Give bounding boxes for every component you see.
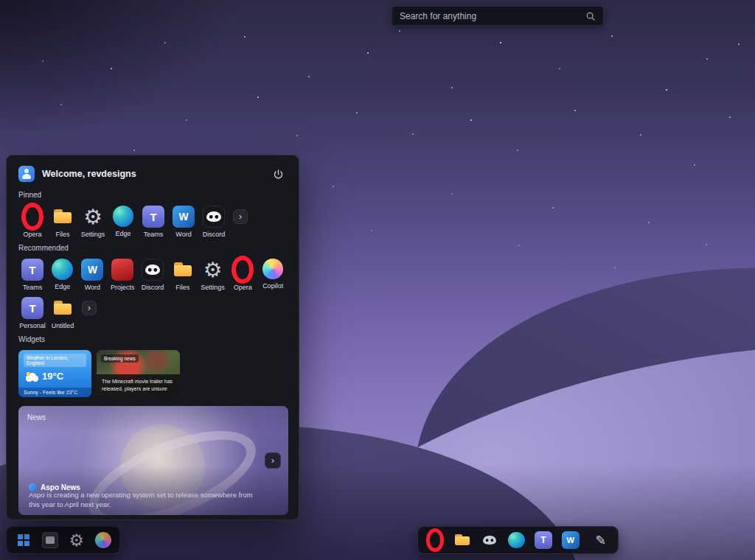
- taskbar-files-button[interactable]: [453, 531, 471, 549]
- recommended-section-label: Recommended: [18, 244, 287, 252]
- gear-icon: [202, 259, 224, 281]
- edge-icon: [52, 259, 73, 280]
- app-label: Projects: [111, 284, 135, 291]
- weather-location: Weather in London, England: [24, 354, 86, 367]
- taskbar-opera-button[interactable]: [426, 531, 444, 549]
- taskbar-edge-button[interactable]: [508, 532, 525, 549]
- app-label: Opera: [23, 231, 41, 238]
- recommended-app-word[interactable]: Word: [79, 259, 107, 291]
- news-headline: Aspo is creating a new operating system …: [29, 491, 260, 510]
- news-widget[interactable]: News › Aspo News Aspo is creating a new …: [18, 406, 288, 515]
- discord-icon: [142, 259, 164, 281]
- search-icon[interactable]: [585, 11, 596, 21]
- app-label: Teams: [23, 284, 43, 291]
- recommended-app-opera[interactable]: Opera: [229, 259, 257, 291]
- taskbar-apps: [417, 526, 619, 554]
- gear-icon: [82, 206, 104, 228]
- app-label: Settings: [201, 284, 225, 291]
- news-source-name: Aspo News: [41, 483, 80, 491]
- recommended-more-button[interactable]: ›: [82, 301, 97, 315]
- user-avatar[interactable]: [18, 166, 35, 182]
- folder-icon: [52, 297, 74, 319]
- taskbar-discord-button[interactable]: [481, 531, 498, 549]
- windows-logo-icon: [15, 531, 32, 549]
- taskbar-word-button[interactable]: [562, 531, 580, 549]
- power-button[interactable]: [270, 166, 287, 183]
- word-icon: [173, 206, 195, 228]
- start-menu-header: Welcome, revdesigns: [18, 164, 287, 183]
- folder-icon: [453, 531, 471, 549]
- news-source: Aspo News: [29, 483, 80, 491]
- breaking-news-widget[interactable]: Breaking news The Minecraft movie traile…: [97, 350, 180, 397]
- weather-condition: Sunny - Feels like 23°C: [18, 388, 91, 397]
- taskbar-window-button[interactable]: [42, 532, 58, 548]
- news-tag: News: [27, 413, 46, 421]
- edge-icon: [113, 206, 134, 227]
- start-menu: Welcome, revdesigns Pinned Opera Files S…: [6, 155, 299, 520]
- copilot-icon: [262, 259, 283, 279]
- recommended-apps-row-1: Teams Edge Word Projects Discord Files: [18, 259, 287, 291]
- weather-widget[interactable]: Weather in London, England 19°C Sunny - …: [18, 350, 91, 397]
- folder-icon: [172, 259, 194, 281]
- teams-icon: [21, 259, 44, 281]
- aspo-news-icon: [29, 483, 37, 491]
- taskbar-settings-button[interactable]: [68, 531, 86, 549]
- weather-temperature: 19°C: [42, 371, 63, 382]
- pinned-app-discord[interactable]: Discord: [200, 206, 228, 238]
- recommended-app-edge[interactable]: Edge: [49, 259, 77, 290]
- start-button[interactable]: [15, 531, 32, 549]
- pen-icon: [592, 531, 610, 549]
- desktop-search-bar[interactable]: [392, 6, 604, 26]
- app-label: Word: [175, 231, 191, 238]
- pinned-app-opera[interactable]: Opera: [18, 206, 46, 238]
- app-label: Personal: [19, 322, 46, 329]
- pinned-section-label: Pinned: [18, 191, 287, 199]
- opera-icon: [426, 531, 444, 549]
- recommended-app-files[interactable]: Files: [169, 259, 197, 291]
- taskbar-teams-button[interactable]: [535, 531, 552, 549]
- breaking-news-tag: Breaking news: [101, 354, 139, 363]
- copilot-swirl-icon: [95, 532, 111, 548]
- news-next-button[interactable]: ›: [265, 452, 281, 469]
- projects-icon: [111, 259, 133, 281]
- gear-icon: [68, 531, 86, 549]
- search-input[interactable]: [400, 11, 580, 21]
- recommended-app-untitled[interactable]: Untitled: [49, 297, 77, 329]
- pinned-app-files[interactable]: Files: [49, 206, 77, 238]
- pinned-more-button[interactable]: ›: [233, 209, 248, 224]
- recommended-app-personal[interactable]: Personal: [18, 297, 46, 329]
- taskbar-copilot-button[interactable]: [95, 532, 111, 548]
- pinned-apps-row: Opera Files Settings Edge Teams Word: [18, 206, 287, 238]
- teams-icon: [142, 206, 164, 228]
- pinned-app-teams[interactable]: Teams: [139, 206, 167, 238]
- word-icon: [562, 531, 580, 549]
- app-label: Opera: [234, 284, 252, 291]
- opera-icon: [21, 206, 44, 228]
- app-label: Edge: [55, 283, 70, 290]
- breaking-news-headline: The Minecraft movie trailer has released…: [97, 374, 180, 397]
- recommended-app-settings[interactable]: Settings: [199, 259, 227, 291]
- power-icon: [273, 169, 284, 180]
- pinned-app-settings[interactable]: Settings: [79, 206, 107, 238]
- widgets-section-label: Widgets: [18, 335, 287, 343]
- recommended-app-projects[interactable]: Projects: [108, 259, 136, 291]
- welcome-text: Welcome, revdesigns: [42, 169, 262, 179]
- discord-icon: [481, 531, 498, 549]
- app-label: Teams: [144, 231, 164, 238]
- app-label: Untitled: [52, 322, 74, 329]
- recommended-app-discord[interactable]: Discord: [139, 259, 167, 291]
- taskbar-left: [6, 526, 120, 554]
- word-icon: [81, 259, 103, 281]
- app-label: Edge: [115, 230, 131, 237]
- app-label: Copilot: [262, 282, 283, 290]
- recommended-app-teams[interactable]: Teams: [18, 259, 46, 291]
- recommended-app-copilot[interactable]: Copilot: [259, 259, 287, 290]
- window-icon: [42, 532, 58, 548]
- app-label: Discord: [142, 284, 164, 291]
- taskbar-pen-button[interactable]: [592, 531, 610, 549]
- opera-icon: [232, 259, 254, 281]
- app-label: Settings: [81, 231, 105, 238]
- wallpaper-stars: [0, 0, 1, 1]
- pinned-app-word[interactable]: Word: [170, 206, 198, 238]
- pinned-app-edge[interactable]: Edge: [109, 206, 137, 237]
